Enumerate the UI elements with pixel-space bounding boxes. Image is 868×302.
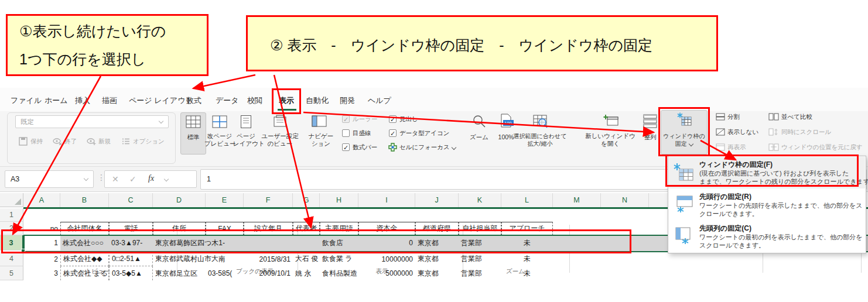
column-header-E[interactable]: E [206, 193, 244, 207]
menu-item-desc: ワークシートの最初の列を表示したままで、他の部分を [699, 233, 863, 242]
menu-item-title: 先頭列の固定(C) [699, 224, 751, 234]
cell-A5[interactable]: 3 [23, 266, 60, 280]
cell-L5[interactable]: 未 [501, 266, 553, 280]
cell-C5[interactable]: 03-5◆5▲ [109, 266, 153, 280]
cell-G4[interactable]: 大石 俊 [293, 252, 320, 266]
cell-B4[interactable]: 株式会社◆◆ [60, 252, 109, 266]
cell-H5[interactable]: 食料品製造 [320, 266, 358, 280]
annotation-box-freeze-button [658, 107, 710, 156]
row-header-5[interactable]: 5 [0, 266, 23, 280]
cell-B5[interactable]: 株式会社 まる [60, 266, 109, 280]
menu-item-freeze-top-row[interactable]: 先頭行の固定(R) ワークシートの先頭行を表示したままで、他の部分をス クロール… [669, 189, 865, 221]
callout-step1: ①表示し続けたい行の 1つ下の行を選択し [6, 14, 209, 76]
column-header-M[interactable]: M [553, 193, 601, 207]
column-header-H[interactable]: H [320, 193, 358, 207]
cell-F5[interactable]: 2009/10/1 [244, 266, 293, 280]
cell-L4[interactable]: 未 [501, 252, 553, 266]
freeze-top-row-menu-icon [674, 195, 695, 214]
cell-D4[interactable]: 東京都武蔵村山市大南 [153, 252, 244, 266]
column-header-I[interactable]: I [358, 193, 415, 207]
column-header-F[interactable]: F [244, 193, 293, 207]
annotation-box-menu-item [665, 155, 859, 187]
column-header-N[interactable]: N [601, 193, 649, 207]
cell-G5[interactable]: 姚 永 [293, 266, 320, 280]
cell-D5[interactable]: 東京都足立区 [153, 266, 206, 280]
callout-step2-text: ② 表示 - ウインドウ枠の固定 - ウインドウ枠の固定 [270, 36, 652, 55]
menu-item-freeze-first-column[interactable]: 先頭列の固定(C) ワークシートの最初の列を表示したままで、他の部分を スクロー… [669, 221, 865, 252]
column-header-J[interactable]: J [415, 193, 459, 207]
callout-step1-line1: ①表示し続けたい行の [19, 22, 166, 41]
cell-H4[interactable]: 飲食業 ラ [320, 252, 358, 266]
column-header-A[interactable]: A [23, 193, 60, 207]
cell-I4[interactable]: 10000000 [358, 252, 415, 266]
cell-K5[interactable]: 営業部 [459, 266, 501, 280]
menu-item-desc: スクロールできます。 [699, 241, 765, 250]
column-header-D[interactable]: D [153, 193, 206, 207]
annotation-box-row3 [1, 229, 631, 253]
menu-item-desc: ワークシートの先頭行を表示したままで、他の部分をス [699, 201, 863, 210]
annotation-box-view-tab [272, 88, 301, 114]
cell-K4[interactable]: 営業部 [459, 252, 501, 266]
cell-E5[interactable]: 03-585( [206, 266, 244, 280]
callout-step1-line2: 1つ下の行を選択し [19, 50, 146, 69]
callout-step2: ② 表示 - ウインドウ枠の固定 - ウインドウ枠の固定 [246, 15, 718, 71]
row-header-1[interactable]: 1 [0, 208, 23, 222]
cell-I5[interactable]: 5000000 [358, 266, 415, 280]
cell-A4[interactable]: 2 [23, 252, 60, 266]
menu-item-title: 先頭行の固定(R) [699, 192, 751, 202]
column-header-C[interactable]: C [109, 193, 153, 207]
menu-item-desc: クロールできます。 [699, 210, 758, 218]
select-all-corner[interactable] [0, 193, 23, 207]
cell-J5[interactable]: 東京都 [415, 266, 459, 280]
cell-J4[interactable]: 東京都 [415, 252, 459, 266]
freeze-first-column-menu-icon [674, 227, 695, 245]
row-header-4[interactable]: 4 [0, 252, 23, 266]
column-header-G[interactable]: G [293, 193, 320, 207]
column-header-K[interactable]: K [459, 193, 501, 207]
column-header-B[interactable]: B [60, 193, 109, 207]
excel-window: ファイル ホーム 挿入 描画 ページ レイアウト 数式 データ 校閲 表示 自動… [0, 0, 868, 302]
cell-F4[interactable]: 2015/8/31 [244, 252, 293, 266]
cell-C4[interactable]: 0□2-51▲ [109, 252, 153, 266]
column-header-L[interactable]: L [501, 193, 553, 207]
